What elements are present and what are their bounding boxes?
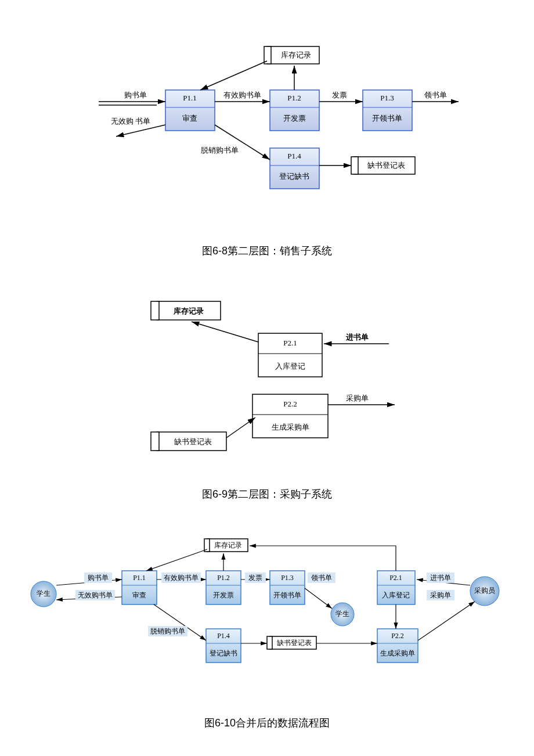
datastore-inventory: 库存记录 <box>264 46 319 64</box>
external-buyer: 采购员 <box>470 577 499 606</box>
diagram-6-9: 库存记录 P2.1 入库登记 P2.2 生成采购单 缺书登记表 进书单 采购单 <box>0 281 534 467</box>
svg-text:入库登记: 入库登记 <box>275 362 305 370</box>
process-p12-610: P1.2 开发票 <box>206 571 241 604</box>
caption-6-9: 图6-9第二层图：采购子系统 <box>0 487 534 501</box>
svg-rect-71 <box>267 636 272 649</box>
caption-6-10: 图6-10合并后的数据流程图 <box>0 716 534 730</box>
svg-rect-1 <box>264 46 271 64</box>
process-p21: P2.1 入库登记 <box>258 333 322 377</box>
flow-reject <box>116 125 165 136</box>
svg-text:采购员: 采购员 <box>474 586 495 595</box>
flow-label-invoice: 发票 <box>332 91 347 99</box>
svg-text:P1.3: P1.3 <box>281 574 294 582</box>
flow-label-reject: 无效购 书单 <box>111 117 150 125</box>
process-p11: P1.1 审查 <box>165 90 215 131</box>
svg-text:开发票: 开发票 <box>213 591 234 599</box>
flow-oos <box>215 125 270 160</box>
flow-p21-inventory <box>192 322 258 342</box>
svg-rect-24 <box>151 301 159 320</box>
svg-text:开领书单: 开领书单 <box>273 591 301 599</box>
flow-label-valid: 有效购书单 <box>223 91 261 99</box>
svg-text:学生: 学生 <box>335 610 349 618</box>
datastore-inventory-610: 库存记录 <box>204 539 248 552</box>
svg-text:学生: 学生 <box>37 589 50 597</box>
svg-text:P1.3: P1.3 <box>380 93 394 102</box>
diagram-6-10: 库存记录 学生 P1.1 审查 P1.2 开发票 P1.3 开领书单 P2.1 … <box>0 527 534 684</box>
svg-text:库存记录: 库存记录 <box>281 51 311 59</box>
caption-6-8: 图6-8第二层图：销售子系统 <box>0 244 534 258</box>
flow-receipt-610 <box>305 588 332 609</box>
svg-text:P2.2: P2.2 <box>283 399 297 408</box>
datastore-shortage: 缺书登记表 <box>351 157 415 174</box>
svg-text:登记缺书: 登记缺书 <box>210 649 237 657</box>
process-p11-610: P1.1 审查 <box>122 571 157 604</box>
svg-text:P2.1: P2.1 <box>283 339 297 347</box>
svg-text:P1.2: P1.2 <box>217 574 230 582</box>
flow-label-purchase: 购书单 <box>124 91 147 99</box>
process-p13-610: P1.3 开领书单 <box>270 571 305 604</box>
svg-text:审查: 审查 <box>182 114 197 123</box>
flow-label-oos: 脱销购书单 <box>201 146 239 154</box>
svg-text:领书单: 领书单 <box>311 574 332 582</box>
svg-text:P1.1: P1.1 <box>183 93 196 102</box>
svg-text:开发票: 开发票 <box>283 114 306 123</box>
svg-text:生成采购单: 生成采购单 <box>380 649 415 657</box>
svg-text:审查: 审查 <box>132 591 146 599</box>
svg-text:P2.1: P2.1 <box>389 574 402 582</box>
svg-text:库存记录: 库存记录 <box>214 541 242 549</box>
datastore-inventory-69: 库存记录 <box>151 301 221 320</box>
svg-text:库存记录: 库存记录 <box>173 307 204 315</box>
svg-text:购书单: 购书单 <box>88 574 109 582</box>
flow-inventory-p11 <box>200 61 267 90</box>
svg-text:生成采购单: 生成采购单 <box>272 423 309 431</box>
svg-text:采购单: 采购单 <box>430 591 451 599</box>
process-p21-610: P2.1 入库登记 <box>377 571 415 604</box>
svg-text:登记缺书: 登记缺书 <box>279 172 309 181</box>
svg-text:P1.1: P1.1 <box>133 574 146 582</box>
svg-text:P2.2: P2.2 <box>391 632 404 640</box>
process-p14-610: P1.4 登记缺书 <box>206 629 241 663</box>
process-p22: P2.2 生成采购单 <box>252 394 328 438</box>
process-p13: P1.3 开领书单 <box>363 90 412 131</box>
svg-text:开领书单: 开领书单 <box>372 114 402 123</box>
svg-text:缺书登记表: 缺书登记表 <box>174 437 212 446</box>
svg-rect-35 <box>151 432 159 451</box>
svg-text:P1.4: P1.4 <box>217 632 230 640</box>
flow-label-instock: 进书单 <box>345 333 369 341</box>
svg-text:缺书登记表: 缺书登记表 <box>367 161 405 170</box>
svg-text:进书单: 进书单 <box>430 574 451 582</box>
diagram-6-8: 库存记录 P1.1 审查 P1.2 开发票 P1.3 开领书单 P1.4 登记缺… <box>0 0 534 209</box>
svg-text:缺书登记表: 缺书登记表 <box>277 639 312 647</box>
svg-text:入库登记: 入库登记 <box>382 591 410 599</box>
datastore-shortage-610: 缺书登记表 <box>267 636 316 649</box>
svg-rect-20 <box>351 157 358 174</box>
external-student-left: 学生 <box>31 581 56 607</box>
flow-inv-p11-610 <box>146 549 207 571</box>
svg-text:无效购书单: 无效购书单 <box>78 591 113 599</box>
external-student-mid: 学生 <box>331 603 354 626</box>
flow-shortage-p22 <box>226 417 255 438</box>
svg-text:发票: 发票 <box>248 574 262 582</box>
flow-p21-inv-610 <box>250 546 396 571</box>
flow-label-po: 采购单 <box>346 394 369 402</box>
process-p22-610: P2.2 生成采购单 <box>377 629 418 663</box>
datastore-shortage-69: 缺书登记表 <box>151 432 226 451</box>
flow-label-receipt: 领书单 <box>424 91 447 99</box>
process-p14: P1.4 登记缺书 <box>270 148 319 189</box>
flow-po-610 <box>418 602 475 640</box>
process-p12: P1.2 开发票 <box>270 90 319 131</box>
svg-text:脱销购书单: 脱销购书单 <box>150 627 185 635</box>
svg-text:P1.4: P1.4 <box>287 152 301 160</box>
svg-text:P1.2: P1.2 <box>287 93 301 102</box>
svg-text:有效购书单: 有效购书单 <box>164 574 199 582</box>
